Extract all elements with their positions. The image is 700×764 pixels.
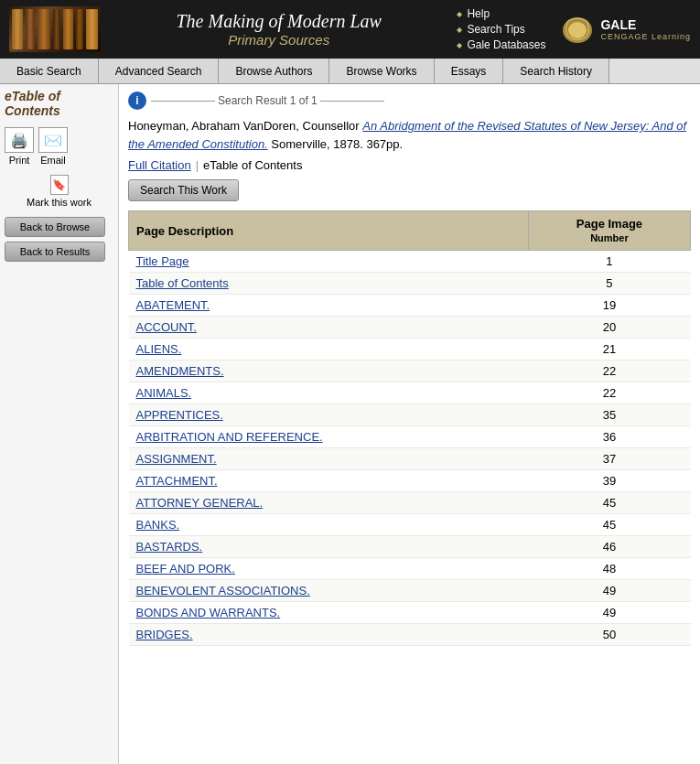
- row-page-16: 49: [528, 602, 690, 624]
- row-page-15: 49: [528, 580, 690, 602]
- row-desc-17: BRIDGES.: [129, 624, 529, 646]
- citation-block: Honeyman, Abraham VanDoren, Counsellor A…: [128, 117, 691, 153]
- toc-entry-link-17[interactable]: BRIDGES.: [136, 628, 193, 641]
- row-page-13: 46: [528, 536, 690, 558]
- toc-entry-link-9[interactable]: ASSIGNMENT.: [136, 452, 217, 466]
- table-row: ANIMALS. 22: [129, 382, 691, 404]
- row-page-9: 37: [528, 448, 690, 470]
- table-row: ATTORNEY GENERAL. 45: [129, 492, 691, 514]
- row-page-10: 39: [528, 470, 690, 492]
- toc-entry-link-0[interactable]: Title Page: [136, 254, 189, 268]
- row-desc-4: ALIENS.: [129, 339, 529, 360]
- toc-entry-link-14[interactable]: BEEF AND PORK.: [136, 562, 235, 576]
- row-desc-2: ABATEMENT.: [129, 295, 529, 317]
- print-icon: 🖨️: [5, 127, 34, 153]
- table-row: AMENDMENTS. 22: [129, 360, 691, 382]
- row-page-2: 19: [528, 295, 690, 317]
- header-links: Help Search Tips Gale Databases: [457, 7, 545, 51]
- search-this-work-button[interactable]: Search This Work: [128, 179, 239, 201]
- full-citation-link[interactable]: Full Citation: [128, 158, 191, 172]
- header-title-sub: Primary Sources: [101, 32, 457, 48]
- table-row: APPRENTICES. 35: [129, 404, 691, 426]
- row-page-14: 48: [528, 558, 690, 580]
- toc-entry-link-13[interactable]: BASTARDS.: [136, 540, 203, 554]
- toc-entry-link-12[interactable]: BANKS.: [136, 518, 180, 532]
- nav-advanced-search[interactable]: Advanced Search: [99, 59, 220, 83]
- pipe-separator: |: [196, 158, 199, 172]
- table-header-row: Page Description Page ImageNumber: [129, 211, 691, 251]
- row-desc-14: BEEF AND PORK.: [129, 558, 529, 580]
- gale-databases-link[interactable]: Gale Databases: [457, 38, 545, 51]
- toc-entry-link-15[interactable]: BENEVOLENT ASSOCIATIONS.: [136, 584, 310, 597]
- row-desc-7: APPRENTICES.: [129, 404, 529, 426]
- nav-basic-search[interactable]: Basic Search: [0, 59, 99, 83]
- mark-label: Mark this work: [27, 197, 92, 208]
- table-row: ATTACHMENT. 39: [129, 470, 691, 492]
- nav-browse-authors[interactable]: Browse Authors: [219, 59, 329, 83]
- back-to-browse-button[interactable]: Back to Browse: [5, 217, 105, 237]
- row-desc-3: ACCOUNT.: [129, 317, 529, 339]
- table-row: ALIENS. 21: [129, 339, 691, 360]
- gale-brand-text: GALE: [600, 17, 691, 32]
- toc-entry-link-6[interactable]: ANIMALS.: [136, 386, 192, 400]
- row-page-6: 22: [528, 382, 690, 404]
- row-page-5: 22: [528, 360, 690, 382]
- citation-author: Honeyman, Abraham VanDoren, Counsellor: [128, 119, 360, 133]
- row-page-7: 35: [528, 404, 690, 426]
- toc-entry-link-1[interactable]: Table of Contents: [136, 276, 229, 290]
- header-books-decoration: [9, 6, 101, 52]
- table-row: Title Page 1: [129, 251, 691, 273]
- toc-entry-link-8[interactable]: ARBITRATION AND REFERENCE.: [136, 430, 323, 444]
- row-desc-15: BENEVOLENT ASSOCIATIONS.: [129, 580, 529, 602]
- row-desc-8: ARBITRATION AND REFERENCE.: [129, 426, 529, 448]
- table-row: BASTARDS. 46: [129, 536, 691, 558]
- toc-entry-link-7[interactable]: APPRENTICES.: [136, 408, 223, 422]
- row-page-11: 45: [528, 492, 690, 514]
- table-row: BENEVOLENT ASSOCIATIONS. 49: [129, 580, 691, 602]
- toc-body: Title Page 1 Table of Contents 5 ABATEME…: [129, 251, 691, 646]
- row-desc-13: BASTARDS.: [129, 536, 529, 558]
- row-page-4: 21: [528, 339, 690, 360]
- row-desc-16: BONDS AND WARRANTS.: [129, 602, 529, 624]
- mark-this-work-button[interactable]: 🔖 Mark this work: [5, 175, 113, 208]
- search-tips-link[interactable]: Search Tips: [457, 23, 524, 36]
- info-icon: i: [128, 91, 146, 110]
- toc-table: Page Description Page ImageNumber Title …: [128, 210, 691, 646]
- row-desc-10: ATTACHMENT.: [129, 470, 529, 492]
- row-desc-0: Title Page: [129, 251, 529, 273]
- gale-logo-area: GALE CENGAGE Learning: [559, 14, 691, 46]
- gale-logo-icon: [559, 14, 596, 46]
- sidebar-actions-row: 🖨️ Print ✉️ Email: [5, 127, 113, 166]
- print-label: Print: [9, 155, 30, 166]
- print-button[interactable]: 🖨️ Print: [5, 127, 34, 166]
- table-row: ABATEMENT. 19: [129, 295, 691, 317]
- sidebar-title: eTable of Contents: [5, 89, 113, 118]
- back-to-results-button[interactable]: Back to Results: [5, 242, 105, 262]
- nav-browse-works[interactable]: Browse Works: [329, 59, 434, 83]
- table-row: BRIDGES. 50: [129, 624, 691, 646]
- header-title-area: The Making of Modern Law Primary Sources: [101, 11, 457, 48]
- right-rule: [320, 101, 384, 102]
- row-page-3: 20: [528, 317, 690, 339]
- toc-entry-link-5[interactable]: AMENDMENTS.: [136, 364, 224, 378]
- toc-entry-link-4[interactable]: ALIENS.: [136, 342, 182, 356]
- email-label: Email: [40, 155, 66, 166]
- svg-point-1: [568, 22, 587, 38]
- table-row: ACCOUNT. 20: [129, 317, 691, 339]
- citation-publisher: Somerville, 1878. 367pp.: [271, 137, 403, 151]
- email-button[interactable]: ✉️ Email: [38, 127, 68, 166]
- toc-entry-link-11[interactable]: ATTORNEY GENERAL.: [136, 496, 264, 510]
- search-result-text: Search Result 1 of 1: [218, 94, 318, 107]
- nav-essays[interactable]: Essays: [435, 59, 504, 83]
- toc-entry-link-16[interactable]: BONDS AND WARRANTS.: [136, 606, 281, 619]
- toc-entry-link-10[interactable]: ATTACHMENT.: [136, 474, 218, 488]
- help-link[interactable]: Help: [457, 7, 490, 20]
- nav-search-history[interactable]: Search History: [503, 59, 609, 83]
- sidebar: eTable of Contents 🖨️ Print ✉️ Email 🔖 M…: [0, 84, 119, 764]
- col-page-description: Page Description: [129, 211, 529, 251]
- site-header: The Making of Modern Law Primary Sources…: [0, 0, 700, 59]
- search-result-bar: i Search Result 1 of 1: [128, 91, 691, 110]
- toc-entry-link-3[interactable]: ACCOUNT.: [136, 320, 197, 334]
- header-title-main: The Making of Modern Law: [101, 11, 457, 32]
- toc-entry-link-2[interactable]: ABATEMENT.: [136, 298, 210, 312]
